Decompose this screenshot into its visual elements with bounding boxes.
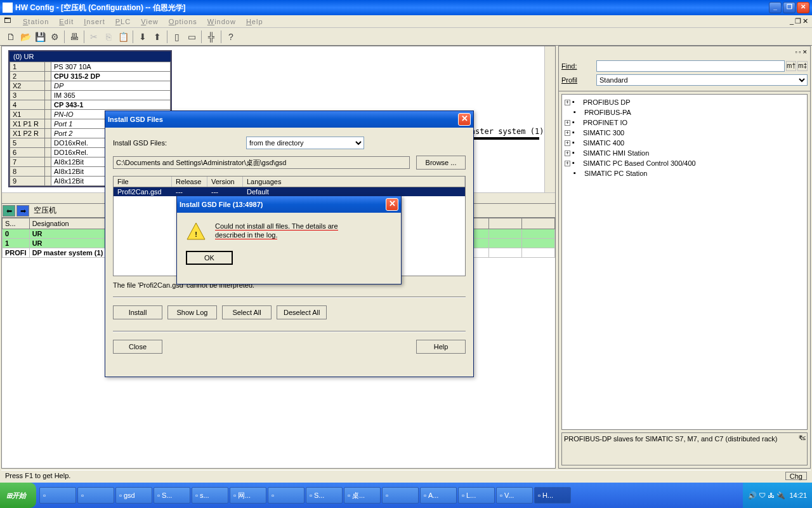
paste-button[interactable]: 📋 — [116, 30, 130, 44]
dlg1-path-input[interactable] — [113, 156, 410, 169]
close-dlg-button[interactable]: Close — [113, 340, 162, 354]
taskbar-item[interactable]: ▫桌... — [344, 487, 381, 504]
find-input[interactable] — [596, 60, 785, 72]
menu-help[interactable]: Help — [241, 17, 268, 26]
open-button[interactable]: 📂 — [18, 30, 32, 44]
tray-icons[interactable]: 🔊 🛡 🖧 🔌 — [748, 491, 785, 500]
rack-slot-4[interactable]: 4CP 343-1 — [10, 100, 171, 110]
tree-item[interactable]: +▪SIMATIC 400 — [565, 138, 804, 148]
window-buttons: _ ❐ ✕ — [769, 2, 809, 13]
mdi-restore-icon[interactable]: ❐ — [795, 17, 801, 25]
window-button[interactable]: ▭ — [185, 30, 199, 44]
upper-vscrollbar[interactable] — [544, 46, 555, 203]
taskbar-item[interactable]: ▫S... — [306, 487, 343, 504]
cut-button[interactable]: ✂ — [87, 30, 101, 44]
install-button[interactable]: Install — [113, 305, 162, 319]
dlg2-titlebar[interactable]: Install GSD File (13:4987) ✕ — [177, 196, 401, 213]
expand-icon[interactable]: + — [565, 120, 570, 126]
dlg1-titlebar[interactable]: Install GSD Files ✕ — [105, 111, 473, 128]
browse-button[interactable]: Browse ... — [416, 156, 466, 170]
expand-icon[interactable]: + — [565, 161, 570, 166]
tree-item[interactable]: ▪SIMATIC PC Station — [565, 168, 804, 178]
showlog-button[interactable]: Show Log — [167, 305, 217, 319]
col-langs[interactable]: Languages — [243, 177, 465, 187]
help-dlg-button[interactable]: Help — [416, 340, 466, 354]
print-button[interactable]: 🖶 — [67, 30, 81, 44]
download-button[interactable]: ⬇ — [136, 30, 150, 44]
tree-item[interactable]: ▪PROFIBUS-PA — [565, 107, 804, 117]
taskbar-item[interactable]: ▫s... — [192, 487, 228, 504]
dlg1-source-label: Install GSD Files: — [113, 139, 240, 147]
col-release[interactable]: Release — [172, 177, 207, 187]
mdi-close-icon[interactable]: ✕ — [802, 17, 808, 25]
find-up-icon[interactable]: m‡ — [797, 61, 808, 71]
file-row[interactable]: Profi2Can.gsd --- --- Default — [114, 187, 465, 196]
profile-label: Profil — [561, 76, 596, 84]
mdi-minimize-icon[interactable]: _ — [790, 17, 794, 25]
selectall-button[interactable]: Select All — [222, 305, 272, 319]
nav-fwd-icon[interactable]: ➡ — [16, 205, 29, 217]
dlg2-close-button[interactable]: ✕ — [386, 198, 398, 211]
app-title: HW Config - [空压机 (Configuration) -- 伯恩光学… — [15, 3, 769, 13]
col-version[interactable]: Version — [207, 177, 243, 187]
menu-options[interactable]: Options — [164, 17, 202, 26]
system-tray[interactable]: 🔊 🛡 🖧 🔌 14:21 — [743, 483, 812, 508]
col-file[interactable]: File — [114, 177, 172, 187]
tree-item[interactable]: +▪PROFINET IO — [565, 117, 804, 128]
dlg1-source-select[interactable]: from the directory — [246, 137, 364, 149]
clock: 14:21 — [789, 491, 807, 499]
copy-button[interactable]: ⎘ — [102, 30, 115, 44]
upload-button[interactable]: ⬆ — [150, 30, 164, 44]
expand-icon[interactable]: + — [565, 150, 570, 156]
expand-icon[interactable]: + — [565, 130, 570, 136]
rack-slot-1[interactable]: 1PS 307 10A — [10, 62, 171, 72]
profile-select[interactable]: Standard — [596, 74, 808, 86]
taskbar-item[interactable]: ▫ — [77, 487, 114, 504]
maximize-button[interactable]: ❐ — [783, 2, 796, 13]
tree-item[interactable]: +▪SIMATIC PC Based Control 300/400 — [565, 158, 804, 168]
find-down-icon[interactable]: m† — [786, 61, 796, 71]
help-button[interactable]: ? — [224, 30, 238, 44]
taskbar-item[interactable]: ▫网... — [230, 487, 266, 504]
taskbar-item[interactable]: ▫H... — [534, 487, 571, 504]
rack-slot-3[interactable]: 3IM 365 — [10, 91, 171, 100]
menu-edit[interactable]: Edit — [54, 17, 79, 26]
menu-plc[interactable]: PLC — [110, 17, 136, 26]
nav-back-icon[interactable]: ⬅ — [3, 205, 15, 217]
taskbar-item[interactable]: ▫S... — [154, 487, 190, 504]
start-button[interactable]: ⊞ 开始 — [0, 483, 36, 508]
menu-view[interactable]: View — [136, 17, 164, 26]
taskbar-item[interactable]: ▫ — [382, 487, 419, 504]
status-chg: Chg — [785, 472, 807, 480]
taskbar-item[interactable]: ▫V... — [496, 487, 533, 504]
tree-item[interactable]: +▪PROFIBUS DP — [565, 97, 804, 107]
minimize-button[interactable]: _ — [769, 2, 782, 13]
catalog-tree[interactable]: +▪PROFIBUS DP▪PROFIBUS-PA+▪PROFINET IO+▪… — [561, 94, 808, 430]
network-button[interactable]: ╬ — [204, 30, 218, 44]
rack-slot-2[interactable]: 2CPU 315-2 DP — [10, 72, 171, 81]
tree-item[interactable]: +▪SIMATIC HMI Station — [565, 148, 804, 158]
menubar: 🗔 StationEditInsertPLCViewOptionsWindowH… — [0, 15, 812, 28]
catalog-button[interactable]: ▯ — [170, 30, 184, 44]
close-button[interactable]: ✕ — [797, 2, 809, 13]
taskbar-item[interactable]: ▫A... — [420, 487, 457, 504]
taskbar-item[interactable]: ▫ — [39, 487, 76, 504]
new-button[interactable]: 🗋 — [4, 30, 18, 44]
save-button[interactable]: 💾 — [33, 30, 47, 44]
dlg1-close-button[interactable]: ✕ — [458, 113, 471, 126]
taskbar-item[interactable]: ▫L... — [458, 487, 495, 504]
ok-button[interactable]: OK — [186, 251, 233, 265]
deselectall-button[interactable]: Deselect All — [277, 305, 327, 319]
taskbar-item[interactable]: ▫gsd — [115, 487, 152, 504]
expand-icon[interactable]: + — [565, 100, 570, 105]
tree-item[interactable]: +▪SIMATIC 300 — [565, 128, 804, 138]
rack-title: (0) UR — [10, 51, 171, 62]
taskbar-item[interactable]: ▫ — [268, 487, 304, 504]
menu-insert[interactable]: Insert — [79, 17, 110, 26]
rack-slot-X2[interactable]: X2DP — [10, 81, 171, 91]
save-compile-button[interactable]: ⚙ — [48, 30, 62, 44]
menu-station[interactable]: Station — [18, 17, 54, 26]
catalog-panel-buttons[interactable]: ▫ ▫ ✕ — [561, 49, 808, 58]
menu-window[interactable]: Window — [202, 17, 241, 26]
expand-icon[interactable]: + — [565, 140, 570, 146]
